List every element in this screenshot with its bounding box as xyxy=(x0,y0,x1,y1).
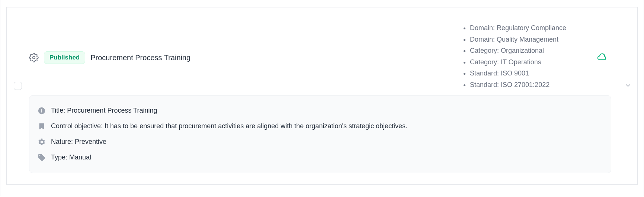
detail-objective-text: Control objective: It has to be ensured … xyxy=(51,122,407,130)
detail-objective-row: Control objective: It has to be ensured … xyxy=(38,119,603,134)
details-panel: Title: Procurement Process Training Cont… xyxy=(29,95,611,173)
detail-nature-row: Nature: Preventive xyxy=(38,134,603,150)
meta-column: Domain: Regulatory Compliance Domain: Qu… xyxy=(462,19,589,91)
gear-icon xyxy=(29,53,39,62)
tag-icon xyxy=(38,154,46,162)
header-line: Published Procurement Process Training xyxy=(29,51,462,64)
meta-item: Category: Organizational xyxy=(470,45,589,56)
detail-type-text: Type: Manual xyxy=(51,154,91,161)
meta-item: Standard: ISO 27001:2022 xyxy=(470,79,589,91)
expand-column xyxy=(619,7,637,89)
header-area: Published Procurement Process Training xyxy=(29,19,462,70)
meta-item: Domain: Regulatory Compliance xyxy=(470,22,589,34)
svg-rect-2 xyxy=(41,110,42,112)
info-icon xyxy=(38,107,46,115)
bookmark-icon xyxy=(38,122,46,130)
content-column: Published Procurement Process Training D… xyxy=(29,7,619,184)
status-badge: Published xyxy=(44,51,85,64)
meta-list: Domain: Regulatory Compliance Domain: Qu… xyxy=(462,22,589,91)
row-divider-top xyxy=(6,0,638,7)
detail-type-row: Type: Manual xyxy=(38,150,603,165)
detail-nature-text: Nature: Preventive xyxy=(51,138,106,146)
detail-title-text: Title: Procurement Process Training xyxy=(51,107,157,114)
cog-icon xyxy=(38,138,46,146)
row-select-checkbox[interactable] xyxy=(14,82,22,90)
meta-item: Domain: Quality Management xyxy=(470,34,589,45)
detail-title-row: Title: Procurement Process Training xyxy=(38,103,603,119)
row-divider-bottom xyxy=(6,185,638,196)
control-title[interactable]: Procurement Process Training xyxy=(90,54,190,62)
meta-item: Standard: ISO 9001 xyxy=(470,68,589,79)
control-row: Published Procurement Process Training D… xyxy=(6,7,638,185)
svg-point-0 xyxy=(33,56,35,59)
meta-item: Category: IT Operations xyxy=(470,56,589,68)
checkbox-column xyxy=(7,7,29,90)
cloud-icon[interactable] xyxy=(596,51,608,62)
chevron-down-icon[interactable] xyxy=(624,82,632,89)
cloud-column xyxy=(589,19,615,62)
top-area: Published Procurement Process Training D… xyxy=(29,19,619,91)
svg-point-3 xyxy=(41,109,42,109)
